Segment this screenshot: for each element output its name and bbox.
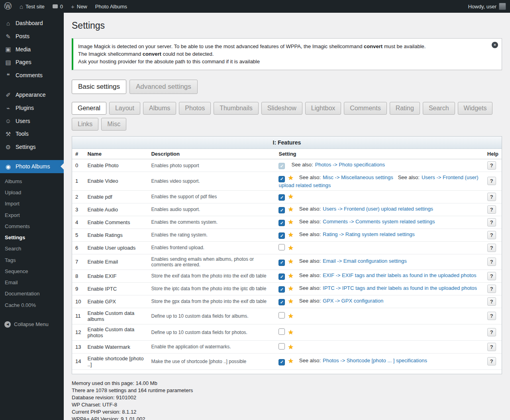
sidebar-item-appearance[interactable]: ✐Appearance	[0, 88, 64, 102]
see-also-link[interactable]: GPX -> GPX configuration	[323, 298, 383, 304]
sidebar-item-tools[interactable]: ⚒Tools	[0, 127, 64, 141]
tab-misc[interactable]: Misc	[101, 118, 126, 131]
submenu-item-search[interactable]: Search	[0, 243, 64, 254]
dismiss-notice-icon[interactable]: ✕	[492, 42, 498, 48]
setting-cell: ✓★See also:Users -> Frontend (user) uplo…	[275, 203, 484, 216]
tab-general[interactable]: General	[72, 102, 106, 115]
help-button[interactable]: ?	[487, 312, 496, 320]
comment-bubble-icon	[53, 4, 58, 8]
see-also-link[interactable]: Comments -> Comments system related sett…	[323, 219, 435, 225]
collapse-menu-button[interactable]: ◀ Collapse Menu	[0, 318, 64, 331]
help-button[interactable]: ?	[487, 258, 496, 266]
tab-albums[interactable]: Albums	[143, 102, 176, 115]
setting-checkbox[interactable]: ✓	[279, 194, 285, 201]
tab-rating[interactable]: Rating	[390, 102, 420, 115]
submenu-item-cache-0-00[interactable]: Cache 0.00%	[0, 300, 64, 311]
sidebar-item-photo-albums[interactable]: ◉ Photo Albums	[0, 160, 64, 173]
setting-checkbox[interactable]: ✓	[279, 286, 285, 293]
help-button[interactable]: ?	[487, 161, 496, 170]
setting-description: Enables video support.	[148, 172, 275, 191]
comment-bubble-icon: ❝	[4, 72, 12, 78]
sidebar-item-dashboard[interactable]: ⌂Dashboard	[0, 17, 64, 30]
tab-layout[interactable]: Layout	[109, 102, 140, 115]
sidebar-item-plugins[interactable]: ⌁Plugins	[0, 102, 64, 115]
submenu-item-sequence[interactable]: Sequence	[0, 266, 64, 277]
help-button[interactable]: ?	[487, 343, 496, 351]
tab-lightbox[interactable]: Lightbox	[305, 102, 341, 115]
see-also-link[interactable]: Rating -> Rating system related settings	[323, 231, 415, 237]
help-button[interactable]: ?	[487, 244, 496, 252]
tab-basic-settings[interactable]: Basic settings	[72, 80, 126, 94]
see-also-link[interactable]: IPTC -> IPTC tags and their labels as fo…	[323, 285, 477, 291]
help-button[interactable]: ?	[487, 231, 496, 239]
see-also-link[interactable]: Photos -> Shortcode [photo ... ] specifi…	[323, 357, 427, 363]
sidebar-item-label: Media	[16, 46, 31, 53]
setting-checkbox[interactable]: ✓	[279, 260, 285, 266]
setting-checkbox[interactable]	[279, 244, 285, 250]
sidebar-item-posts[interactable]: ✎Posts	[0, 30, 64, 43]
setting-checkbox[interactable]: ✓	[279, 176, 285, 182]
new-content-menu[interactable]: + New	[67, 0, 91, 13]
submenu-item-documentation[interactable]: Documentation	[0, 288, 64, 299]
tab-comments[interactable]: Comments	[344, 102, 386, 115]
help-button[interactable]: ?	[487, 297, 496, 306]
help-button[interactable]: ?	[487, 193, 496, 201]
submenu-item-upload[interactable]: Upload	[0, 187, 64, 198]
account-menu[interactable]: Howdy, user	[464, 0, 510, 13]
see-also-label: See also:	[299, 272, 321, 278]
see-also-link[interactable]: Misc -> Miscellaneous settings	[323, 174, 393, 180]
submenu-item-export[interactable]: Export	[0, 210, 64, 221]
submenu-item-settings[interactable]: Settings	[0, 232, 64, 243]
setting-checkbox[interactable]: ✓	[279, 163, 285, 169]
sidebar-item-users[interactable]: ☺Users	[0, 115, 64, 128]
photo-albums-toolbar-link[interactable]: Photo Albums	[91, 0, 131, 13]
sidebar-item-pages[interactable]: ▤Pages	[0, 56, 64, 69]
see-also: See also:Misc -> Miscellaneous settings	[299, 174, 393, 180]
setting-checkbox[interactable]: ✓	[279, 299, 285, 305]
media-icon: ▣	[4, 46, 12, 52]
setting-cell: ✓★See also:EXIF -> EXIF tags and their l…	[275, 270, 484, 282]
tab-photos[interactable]: Photos	[179, 102, 211, 115]
tab-advanced-settings[interactable]: Advanced settings	[129, 80, 198, 94]
setting-checkbox[interactable]: ✓	[279, 220, 285, 226]
sidebar-item-media[interactable]: ▣Media	[0, 43, 64, 56]
help-button[interactable]: ?	[487, 285, 496, 293]
star-icon: ★	[288, 258, 293, 265]
tab-search[interactable]: Search	[423, 102, 455, 115]
help-button[interactable]: ?	[487, 328, 496, 336]
see-also: See also:Email -> Email configuration se…	[299, 258, 407, 264]
help-button[interactable]: ?	[487, 272, 496, 280]
submenu-item-email[interactable]: Email	[0, 277, 64, 288]
setting-checkbox[interactable]: ✓	[279, 359, 285, 365]
setting-checkbox[interactable]: ✓	[279, 232, 285, 239]
table-row: 11Enable Custom data albumsDefine up to …	[72, 308, 502, 324]
setting-checkbox[interactable]: ✓	[279, 207, 285, 213]
help-button[interactable]: ?	[487, 357, 496, 365]
submenu-item-tags[interactable]: Tags	[0, 255, 64, 266]
tab-slideshow[interactable]: Slideshow	[261, 102, 302, 115]
help-button[interactable]: ?	[487, 205, 496, 214]
comments-indicator[interactable]: 0	[49, 0, 67, 13]
tab-widgets[interactable]: Widgets	[458, 102, 493, 115]
see-also-link[interactable]: Email -> Email configuration settings	[323, 258, 407, 264]
wordpress-logo-menu[interactable]: Ⓦ	[0, 0, 16, 13]
help-button[interactable]: ?	[487, 177, 496, 185]
sidebar-item-comments[interactable]: ❝Comments	[0, 69, 64, 82]
submenu-item-import[interactable]: Import	[0, 198, 64, 209]
tab-links[interactable]: Links	[72, 118, 98, 131]
tab-thumbnails[interactable]: Thumbnails	[214, 102, 259, 115]
setting-checkbox[interactable]	[279, 328, 285, 335]
setting-checkbox[interactable]	[279, 343, 285, 350]
see-also-link[interactable]: EXIF -> EXIF tags and their labels as fo…	[323, 272, 477, 278]
submenu-item-comments[interactable]: Comments	[0, 221, 64, 232]
see-also-link[interactable]: Photos -> Photo specifications	[315, 162, 385, 168]
setting-name: Enable Watermark	[84, 340, 148, 353]
see-also-link[interactable]: Users -> Frontend (user) upload related …	[323, 206, 433, 212]
setting-name: Enable Video	[84, 172, 148, 191]
setting-checkbox[interactable]: ✓	[279, 273, 285, 280]
help-button[interactable]: ?	[487, 218, 496, 227]
sidebar-item-settings[interactable]: ⚙Settings	[0, 141, 64, 154]
setting-checkbox[interactable]	[279, 312, 285, 318]
submenu-item-albums[interactable]: Albums	[0, 176, 64, 187]
site-name-link[interactable]: ⌂ Test site	[16, 0, 49, 13]
